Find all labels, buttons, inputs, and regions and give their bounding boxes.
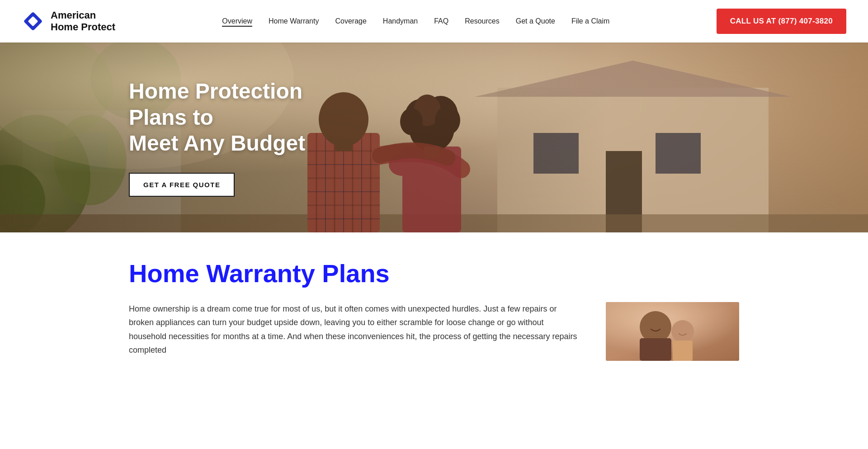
nav-item-file-a-claim[interactable]: File a Claim	[571, 17, 609, 25]
logo-icon	[22, 10, 44, 33]
hero-title: Home Protection Plans to Meet Any Budget	[129, 78, 355, 156]
nav-item-resources[interactable]: Resources	[465, 17, 499, 25]
svg-rect-48	[640, 338, 671, 361]
nav-item-coverage[interactable]: Coverage	[335, 17, 366, 25]
svg-point-47	[640, 311, 671, 343]
hero-content: Home Protection Plans to Meet Any Budget…	[129, 78, 355, 197]
nav-links: Overview Home Warranty Coverage Handyman…	[222, 17, 609, 25]
svg-point-41	[435, 106, 460, 135]
call-us-button[interactable]: CALL US AT (877) 407-3820	[717, 9, 846, 34]
nav-item-handyman[interactable]: Handyman	[383, 17, 418, 25]
svg-point-40	[400, 108, 423, 135]
section-title: Home Warranty Plans	[129, 260, 739, 288]
get-free-quote-button[interactable]: GET A FREE QUOTE	[129, 173, 235, 197]
nav-item-get-a-quote[interactable]: Get a Quote	[516, 17, 555, 25]
nav-item-home-warranty[interactable]: Home Warranty	[269, 17, 319, 25]
body-text: Home ownership is a dream come true for …	[129, 302, 579, 357]
hero-section: Home Protection Plans to Meet Any Budget…	[0, 43, 868, 232]
navbar: American Home Protect Overview Home Warr…	[0, 0, 868, 43]
svg-point-49	[671, 320, 694, 343]
nav-item-faq[interactable]: FAQ	[434, 17, 448, 25]
content-row: Home ownership is a dream come true for …	[129, 302, 739, 361]
content-image	[606, 302, 739, 361]
svg-rect-50	[673, 340, 693, 361]
nav-item-overview[interactable]: Overview	[222, 17, 252, 27]
main-content: Home Warranty Plans Home ownership is a …	[0, 232, 868, 379]
logo-link[interactable]: American Home Protect	[22, 9, 115, 33]
brand-name: American Home Protect	[51, 9, 115, 33]
